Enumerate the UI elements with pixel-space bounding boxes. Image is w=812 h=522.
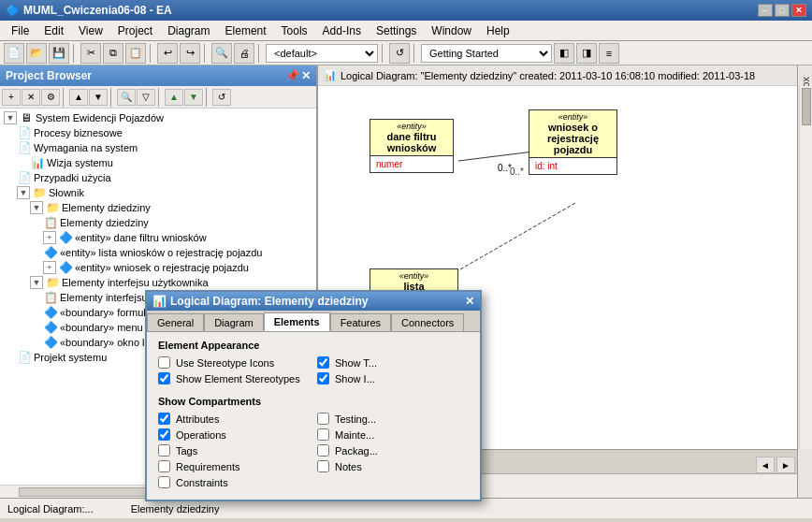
tab-elements[interactable]: Elements xyxy=(264,312,330,331)
menu-help[interactable]: Help xyxy=(479,22,517,39)
menu-element[interactable]: Element xyxy=(218,22,274,39)
undo-button[interactable]: ↩ xyxy=(157,43,178,64)
cb-constraints-input[interactable] xyxy=(158,476,170,488)
menu-file[interactable]: File xyxy=(4,22,36,39)
tb-search[interactable]: 🔍 xyxy=(117,89,136,106)
tree-label: Wizja systemu xyxy=(47,157,113,168)
print-button[interactable]: 🖨 xyxy=(234,43,254,64)
tree-item-df[interactable]: + 🔷 «entity» dane filtru wniosków xyxy=(0,230,316,245)
expand-wr[interactable]: + xyxy=(43,261,56,274)
sep5 xyxy=(382,44,385,63)
cb-packag-input[interactable] xyxy=(317,444,329,457)
tree-item-slow[interactable]: ▼ 📁 Słownik xyxy=(0,185,316,200)
save-button[interactable]: 💾 xyxy=(49,43,69,64)
cb-notes-input[interactable] xyxy=(317,460,329,472)
redo-button[interactable]: ↪ xyxy=(180,43,200,64)
tree-item-pb[interactable]: 📄 Procesy biznesowe xyxy=(0,125,316,140)
panel-pin[interactable]: 📌 xyxy=(285,69,299,82)
cut-button[interactable]: ✂ xyxy=(80,43,101,64)
entity3-stereotype: «entity» xyxy=(374,271,454,281)
menu-addins[interactable]: Add-Ins xyxy=(315,22,369,39)
cb-show-i-input[interactable] xyxy=(317,372,329,384)
tb-add[interactable]: + xyxy=(2,89,21,106)
find-button[interactable]: 🔍 xyxy=(211,43,232,64)
menu-project[interactable]: Project xyxy=(110,22,160,39)
tb-refresh2[interactable]: ↺ xyxy=(212,89,231,106)
tb-expand-down[interactable]: ▼ xyxy=(184,89,203,106)
tab-scroll-left[interactable]: ◄ xyxy=(756,457,775,473)
refresh-button[interactable]: ↺ xyxy=(389,43,410,64)
tab-scroll-right[interactable]: ► xyxy=(776,457,795,473)
sep4 xyxy=(258,44,262,63)
tb-filter[interactable]: ▽ xyxy=(137,89,155,106)
menu-settings[interactable]: Settings xyxy=(369,22,424,39)
compartments-left: Attributes Operations Tags Requirem xyxy=(158,413,310,492)
entity-wniosek[interactable]: «entity» wniosek orejestracjępojazdu id:… xyxy=(529,109,617,175)
view-btn1[interactable]: ◧ xyxy=(554,43,574,64)
tb-delete[interactable]: ✕ xyxy=(22,89,40,106)
tb-props[interactable]: ⚙ xyxy=(41,89,60,106)
menu-view[interactable]: View xyxy=(71,22,110,39)
package-dropdown[interactable]: <default> xyxy=(266,44,378,63)
cb-show-t-input[interactable] xyxy=(317,356,329,369)
expand-ei[interactable]: ▼ xyxy=(30,276,43,289)
tree-item-wiz[interactable]: 📊 Wizja systemu xyxy=(0,155,316,170)
diagram-scrollbar-v[interactable] xyxy=(799,86,812,449)
tab-features[interactable]: Features xyxy=(330,313,391,331)
view-dropdown[interactable]: Getting Started xyxy=(421,44,552,63)
menu-bar: File Edit View Project Diagram Element T… xyxy=(0,21,812,41)
menu-tools[interactable]: Tools xyxy=(274,22,315,39)
expand-el[interactable]: ▼ xyxy=(30,201,43,214)
new-button[interactable]: 📄 xyxy=(4,43,24,64)
tb-down[interactable]: ▼ xyxy=(89,89,108,106)
tree-item-el[interactable]: ▼ 📁 Elementy dziedziny xyxy=(0,200,316,215)
scrollbar-thumb-v[interactable] xyxy=(802,88,811,125)
tab-diagram[interactable]: Diagram xyxy=(204,313,264,331)
menu-window[interactable]: Window xyxy=(424,22,479,39)
tab-general[interactable]: General xyxy=(147,313,204,331)
cb-notes: Notes xyxy=(317,460,469,472)
tree-item-wym[interactable]: 📄 Wymagania na system xyxy=(0,140,316,155)
tree-item-wr[interactable]: + 🔷 «entity» wniosek o rejestrację pojaz… xyxy=(0,260,316,275)
tree-item-prz[interactable]: 📄 Przypadki użycia xyxy=(0,170,316,185)
sep10 xyxy=(206,88,210,107)
expand-slow[interactable]: ▼ xyxy=(17,186,30,199)
entity-dane-filtru[interactable]: «entity» dane filtruwniosków numer xyxy=(370,119,454,173)
copy-button[interactable]: ⧉ xyxy=(103,43,123,64)
dialog-close-btn[interactable]: ✕ xyxy=(465,295,474,308)
menu-edit[interactable]: Edit xyxy=(36,22,71,39)
menu-diagram[interactable]: Diagram xyxy=(160,22,217,39)
tree-item-lw[interactable]: 🔷 «entity» lista wniosków o rejestrację … xyxy=(0,245,316,260)
col-right: Show T... Show I... xyxy=(317,356,469,388)
panel-close[interactable]: ✕ xyxy=(301,69,311,82)
cb-testing-input[interactable] xyxy=(317,413,329,425)
view-btn3[interactable]: ≡ xyxy=(599,43,619,64)
tree-item-el2[interactable]: 📋 Elementy dziedziny xyxy=(0,215,316,230)
maximize-button[interactable]: □ xyxy=(775,4,790,17)
cb-requirements-input[interactable] xyxy=(158,460,170,472)
sep8 xyxy=(110,88,114,107)
open-button[interactable]: 📂 xyxy=(26,43,47,64)
paste-button[interactable]: 📋 xyxy=(125,43,146,64)
expand-root[interactable]: ▼ xyxy=(4,111,17,124)
cb-show-stereotypes-input[interactable] xyxy=(158,372,170,384)
tree-item-ei[interactable]: ▼ 📁 Elementy interfejsu użytkownika xyxy=(0,275,316,290)
tree-label: Procesy biznesowe xyxy=(34,127,123,138)
cb-attributes-input[interactable] xyxy=(158,413,170,425)
section-element-appearance: Element Appearance xyxy=(158,340,469,351)
minimize-button[interactable]: ─ xyxy=(758,4,773,17)
cb-mainte-input[interactable] xyxy=(317,428,329,441)
expand-df[interactable]: + xyxy=(43,231,56,244)
tree-item-root[interactable]: ▼ 🖥 System Ewidencji Pojazdów xyxy=(0,110,316,125)
cb-operations-input[interactable] xyxy=(158,428,170,441)
cb-testing: Testing... xyxy=(317,413,469,425)
tb-expand-up[interactable]: ▲ xyxy=(165,89,183,106)
cb-tags-input[interactable] xyxy=(158,444,170,457)
tb-up[interactable]: ▲ xyxy=(69,89,88,106)
title-bar-controls[interactable]: ─ □ ✕ xyxy=(758,4,806,17)
cb-operations: Operations xyxy=(158,428,310,441)
view-btn2[interactable]: ◨ xyxy=(576,43,597,64)
cb-stereotype-icons-input[interactable] xyxy=(158,356,170,369)
close-button[interactable]: ✕ xyxy=(791,4,806,17)
tab-connectors[interactable]: Connectors xyxy=(391,313,464,331)
